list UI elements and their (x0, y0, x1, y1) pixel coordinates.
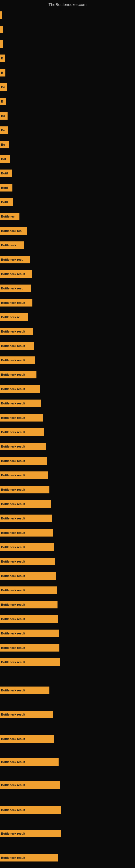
bar-label: Bottleneck result (1, 737, 25, 741)
bar-label: B (1, 100, 3, 103)
bar-label: Bottlenec (1, 215, 14, 218)
bar-label: Bottleneck result (1, 488, 25, 491)
bar-item: Bottl (0, 198, 13, 206)
bar-item: Bottl (0, 184, 12, 191)
site-title: TheBottlenecker.com (49, 2, 87, 7)
bar-item: Bottleneck result (0, 428, 44, 436)
bar-item: Bot (0, 155, 10, 163)
bar-item: Bo (0, 112, 8, 120)
bar-item: Bottleneck res (0, 227, 27, 235)
bar-label: Bo (1, 129, 5, 132)
bar-item: Bottleneck result (0, 629, 59, 637)
bar-label: Bottleneck result (1, 760, 25, 764)
bar-item: Bottleneck result (0, 515, 52, 522)
bar-item: Bottleneck result (0, 443, 46, 450)
bar-label: Bottleneck result (1, 301, 25, 304)
bar-label: Bottleneck result (1, 502, 25, 506)
bar-item: Bottleneck result (0, 371, 37, 378)
bar-item: Bottleneck result (0, 601, 57, 609)
bar-label: Bottleneck result (1, 560, 25, 563)
bar-item: Bottleneck result (0, 711, 53, 718)
bar-item (0, 11, 2, 19)
bar-item: Bottleneck result (0, 356, 35, 364)
bar-item: Bottleneck resu (0, 284, 31, 292)
bar-item: Bo (0, 83, 7, 91)
bar-label: Bottl (1, 200, 8, 204)
bar-item: Bottleneck result (0, 385, 40, 393)
bar-item: Bo (0, 141, 9, 148)
bar-item: Bottleneck result (0, 615, 58, 623)
bar-label: Bot (1, 157, 6, 161)
bar-item: B (0, 55, 5, 62)
bar-item: Bottleneck result (0, 758, 58, 766)
bar-item: B (0, 69, 5, 76)
bar-label: Bottleneck result (1, 531, 25, 534)
bar-label: Bottleneck result (1, 808, 25, 812)
bar-label: Bottleneck result (1, 546, 25, 549)
bar-item: Bottleneck result (0, 400, 41, 407)
bar-item: Bottleneck result (0, 414, 43, 422)
bar-item: Bottleneck result (0, 529, 53, 536)
bar-item: Bottleneck result (0, 543, 54, 551)
bar-item: Bottleneck result (0, 830, 61, 837)
bar-item: Bottleneck result (0, 558, 55, 565)
bar-item: B (0, 98, 6, 105)
bar-item: Bottleneck result (0, 457, 47, 465)
bar-item: Bottleneck result (0, 572, 56, 580)
bar-label: Bottleneck resu (1, 258, 24, 261)
bar-label: Bo (1, 143, 5, 146)
bar-label: Bottleneck result (1, 272, 25, 276)
bar-label: Bottleneck result (1, 373, 25, 376)
bar-label: Bottleneck result (1, 402, 25, 405)
bar-label: Bottl (1, 172, 8, 175)
bar-label: Bottleneck result (1, 632, 25, 635)
bar-label: Bottleneck result (1, 574, 25, 578)
bar-label: Bottleneck result (1, 416, 25, 420)
bar-label: Bo (1, 114, 5, 118)
bar-label: Bottleneck result (1, 660, 25, 664)
bar-label: Bottleneck result (1, 445, 25, 448)
bar-label: Bottleneck resu (1, 287, 24, 290)
bar-item: Bottl (0, 169, 12, 177)
bar-label: Bottleneck result (1, 388, 25, 391)
bar-item: Bottleneck result (0, 486, 49, 493)
bar-item (0, 26, 3, 33)
bar-item: Bottleneck result (0, 270, 32, 278)
bar-item: Bottleneck resu (0, 256, 30, 264)
bar-label: B (1, 71, 3, 74)
bar-label: Bottleneck result (1, 474, 25, 477)
bar-label: Bottleneck result (1, 589, 25, 592)
bar-label: Bottleneck result (1, 517, 25, 520)
bar-item: Bottleneck result (0, 471, 48, 479)
bar-label: Bottleneck result (1, 832, 25, 835)
bar-item: Bottleneck result (0, 658, 60, 666)
bar-label: Bottleneck (1, 244, 16, 247)
bar-label: Bottleneck result (1, 459, 25, 463)
bar-item: Bottleneck result (0, 735, 54, 743)
bar-label: Bottleneck result (1, 617, 25, 621)
bar-label: Bottleneck result (1, 603, 25, 606)
bar-item: Bottleneck result (0, 854, 58, 862)
bar-label: Bottleneck result (1, 783, 25, 786)
bar-label: B (1, 57, 3, 60)
bar-item: Bottleneck result (0, 328, 33, 335)
bar-item: Bottleneck result (0, 586, 57, 594)
bar-item: Bottleneck (0, 241, 24, 249)
bar-label: Bottleneck result (1, 713, 25, 716)
bar-label: Bottleneck res (1, 229, 21, 232)
bar-label: Bottleneck result (1, 431, 25, 434)
bar-item: Bottleneck result (0, 644, 59, 652)
bar-label: Bottleneck result (1, 330, 25, 333)
bar-label: Bottleneck result (1, 689, 25, 692)
bar-item: Bottleneck result (0, 299, 32, 307)
bar-label: Bottl (1, 186, 8, 189)
bar-item: Bottleneck result (0, 686, 49, 694)
bar-item: Bottleneck re (0, 313, 28, 321)
bar-item (0, 40, 3, 48)
bar-item: Bottleneck result (0, 342, 34, 350)
bar-item: Bottleneck result (0, 806, 61, 814)
bar-label: Bottleneck result (1, 856, 25, 859)
bar-item: Bottlenec (0, 213, 19, 220)
bar-label: Bottleneck result (1, 646, 25, 649)
bar-item: Bottleneck result (0, 781, 60, 789)
